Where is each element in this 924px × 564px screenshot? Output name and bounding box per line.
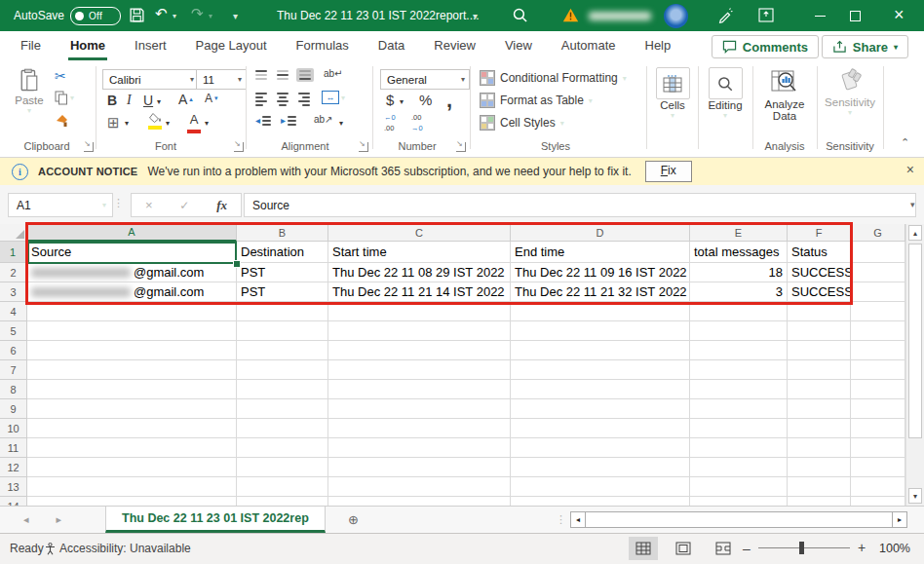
sheet-nav-arrows[interactable]: ◂▸: [23, 513, 89, 526]
clipboard-dialog-launcher[interactable]: ↘: [84, 142, 94, 152]
middle-align-icon[interactable]: [277, 70, 289, 80]
paste-button[interactable]: Paste ▾: [10, 68, 49, 115]
analyze-data-button[interactable]: Analyze Data: [756, 67, 813, 122]
cell-G3[interactable]: [851, 282, 905, 302]
increase-indent-icon[interactable]: ▸: [281, 115, 296, 126]
font-dialog-launcher[interactable]: ↘: [234, 142, 244, 152]
cell-A5[interactable]: [27, 321, 237, 341]
cell-C9[interactable]: [328, 399, 511, 419]
cell-B12[interactable]: [237, 458, 328, 477]
undo-dropdown-icon[interactable]: ▾: [173, 12, 176, 20]
cell-A6[interactable]: [27, 341, 237, 360]
formula-input[interactable]: Source: [244, 193, 916, 217]
font-size-select[interactable]: 11▾: [196, 69, 247, 90]
cell-D6[interactable]: [511, 341, 690, 360]
tab-home[interactable]: Home: [56, 31, 120, 60]
cell-C14[interactable]: [328, 497, 511, 506]
share-button[interactable]: Share ▾: [822, 35, 908, 58]
wrap-text-icon[interactable]: ab↵: [324, 68, 343, 79]
maximize-button[interactable]: [850, 11, 861, 21]
cell-B6[interactable]: [237, 341, 328, 360]
row-header-4[interactable]: 4: [0, 302, 27, 321]
row-header-13[interactable]: 13: [0, 477, 27, 497]
page-layout-view-button[interactable]: [669, 537, 698, 560]
select-all-corner[interactable]: [0, 224, 27, 242]
scroll-up-icon[interactable]: ▴: [908, 225, 922, 241]
cell-C6[interactable]: [328, 341, 511, 360]
scroll-down-icon[interactable]: ▾: [908, 488, 922, 504]
cell-C5[interactable]: [328, 321, 511, 341]
cell-D13[interactable]: [511, 477, 690, 497]
cell-F11[interactable]: [788, 438, 851, 458]
increase-decimal-icon[interactable]: ←0.00: [384, 113, 396, 132]
close-button[interactable]: ×: [894, 5, 905, 25]
cell-E14[interactable]: [690, 497, 788, 506]
cell-A9[interactable]: [27, 399, 237, 419]
decrease-font-icon[interactable]: A▾: [205, 92, 218, 105]
document-title[interactable]: Thu Dec 22 11 23 01 IST 2022report....: [277, 9, 480, 22]
row-header-12[interactable]: 12: [0, 458, 27, 477]
cell-G9[interactable]: [851, 399, 905, 419]
orientation-dropdown-icon[interactable]: ▾: [339, 119, 343, 128]
editing-button[interactable]: Editing ▾: [702, 67, 749, 120]
cell-B11[interactable]: [237, 438, 328, 458]
row-header-6[interactable]: 6: [0, 341, 27, 360]
cell-C11[interactable]: [328, 438, 511, 458]
normal-view-button[interactable]: [629, 537, 658, 560]
cell-F10[interactable]: [788, 419, 851, 438]
tab-help[interactable]: Help: [631, 31, 686, 60]
tab-review[interactable]: Review: [419, 31, 490, 60]
cell-A4[interactable]: [27, 302, 237, 321]
cell-D9[interactable]: [511, 399, 690, 419]
copy-icon[interactable]: ▾: [55, 91, 74, 105]
cell-C10[interactable]: [328, 419, 511, 438]
row-header-11[interactable]: 11: [0, 438, 27, 458]
undo-icon[interactable]: ↶: [155, 6, 168, 20]
format-as-table-button[interactable]: Format as Table ▾: [480, 93, 593, 108]
font-color-dropdown-icon[interactable]: ▾: [205, 119, 209, 128]
cell-E12[interactable]: [690, 458, 788, 477]
cell-D8[interactable]: [511, 380, 690, 399]
sheet-tab-active[interactable]: Thu Dec 22 11 23 01 IST 2022rep: [105, 507, 326, 533]
ribbon-display-options-icon[interactable]: [758, 8, 774, 26]
cell-C4[interactable]: [328, 302, 511, 321]
cell-B4[interactable]: [237, 302, 328, 321]
cell-A8[interactable]: [27, 380, 237, 399]
cell-D11[interactable]: [511, 438, 690, 458]
cell-F4[interactable]: [788, 302, 851, 321]
cell-D14[interactable]: [511, 497, 690, 506]
cell-E9[interactable]: [690, 399, 788, 419]
row-header-2[interactable]: 2: [0, 263, 27, 282]
cell-B13[interactable]: [237, 477, 328, 497]
tab-automate[interactable]: Automate: [547, 31, 631, 60]
ink-pen-icon[interactable]: [716, 8, 733, 28]
row-header-8[interactable]: 8: [0, 380, 27, 399]
cell-G12[interactable]: [851, 458, 905, 477]
qat-customize-icon[interactable]: ▾: [233, 11, 238, 21]
row-header-14[interactable]: 14: [0, 497, 27, 506]
comma-style-icon[interactable]: ,: [446, 88, 452, 113]
row-header-9[interactable]: 9: [0, 399, 27, 419]
cell-B9[interactable]: [237, 399, 328, 419]
tab-file[interactable]: File: [6, 31, 56, 60]
save-icon[interactable]: [129, 7, 145, 27]
cell-D4[interactable]: [511, 302, 690, 321]
cell-A12[interactable]: [27, 458, 237, 477]
cell-F14[interactable]: [788, 497, 851, 506]
align-right-icon[interactable]: [298, 93, 310, 106]
cell-F9[interactable]: [788, 399, 851, 419]
align-left-icon[interactable]: [255, 93, 267, 106]
warning-icon[interactable]: [562, 8, 579, 26]
cell-E6[interactable]: [690, 341, 788, 360]
title-dropdown-icon[interactable]: ▾: [473, 11, 478, 21]
cell-D5[interactable]: [511, 321, 690, 341]
cell-A10[interactable]: [27, 419, 237, 438]
cell-C13[interactable]: [328, 477, 511, 497]
alignment-dialog-launcher[interactable]: ↘: [359, 142, 368, 152]
zoom-slider-track[interactable]: [758, 547, 850, 548]
cell-G11[interactable]: [851, 438, 905, 458]
col-header-G[interactable]: G: [851, 224, 905, 242]
zoom-slider-handle[interactable]: [799, 542, 804, 554]
font-family-select[interactable]: Calibri▾: [102, 69, 199, 90]
orientation-icon[interactable]: ab↗: [314, 114, 333, 125]
